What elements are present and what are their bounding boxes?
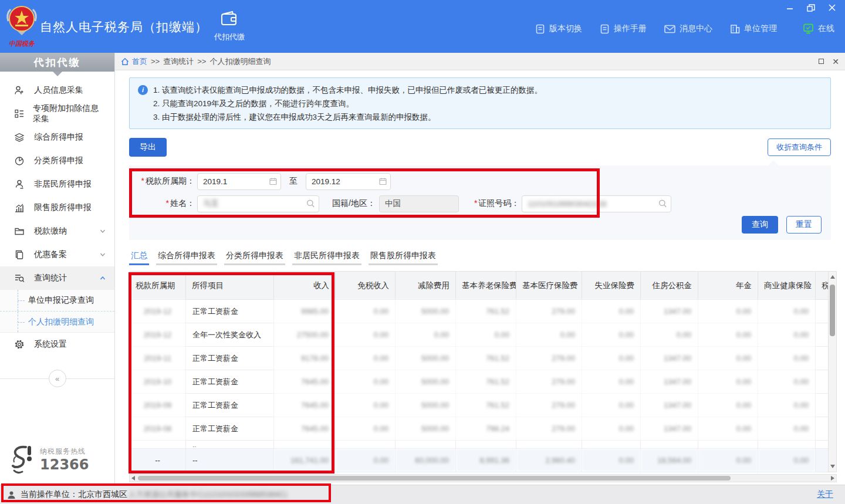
sidebar-item-personnel-info[interactable]: 人员信息采集	[0, 79, 114, 102]
bar-chart-icon	[14, 202, 26, 213]
scroll-up-arrow-icon[interactable]	[830, 275, 835, 279]
tab-classified-income[interactable]: 分类所得申报表	[224, 251, 285, 265]
cell: 798.24	[456, 417, 516, 441]
menu-label: 版本切换	[549, 23, 582, 34]
sidebar-subitem-personal-withholding-query[interactable]: 个人扣缴明细查询	[0, 311, 114, 332]
sidebar-subitem-unit-declaration-query[interactable]: 单位申报记录查询	[0, 290, 114, 311]
cell: 0.00	[336, 323, 396, 347]
cell: 0.00	[758, 300, 816, 323]
name-value: 马某	[203, 198, 219, 209]
home-icon	[121, 57, 129, 66]
sidebar-item-nonresident-income[interactable]: 非居民所得申报	[0, 172, 114, 196]
table-row[interactable]: 2019-12正常工资薪金9985.000.005000.00761.52279…	[130, 300, 829, 323]
sidebar-item-query-statistics[interactable]: 查询统计	[0, 266, 114, 290]
sidebar-item-special-deduction[interactable]: 专项附加扣除信息采集	[0, 102, 114, 126]
minimize-icon[interactable]	[784, 2, 796, 13]
vertical-scroll-thumb[interactable]	[830, 285, 835, 336]
user-icon	[7, 491, 16, 499]
table-row[interactable]: 2019-10正常工资薪金7645.000.005000.00761.52279…	[130, 370, 829, 394]
tab-summary[interactable]: 汇总	[129, 251, 149, 265]
results-table: 税款所属期 所得项目 收入 免税收入 减除费用 基本养老保险费 基本医疗保险费 …	[129, 271, 829, 472]
search-icon[interactable]	[658, 199, 667, 208]
sidebar-subitem-label: 个人扣缴明细查询	[28, 317, 94, 327]
table-row-partial[interactable]: ..	[130, 441, 829, 449]
table-row[interactable]: 2019-08正常工资薪金7645.000.005000.00798.24279…	[130, 417, 829, 441]
current-unit-blurred: 人力资源公共服务中心(12110102339685384C)	[129, 489, 287, 500]
sidebar-item-tax-payment[interactable]: 税款缴纳	[0, 219, 114, 243]
sidebar-submenu: 单位申报记录查询 个人扣缴明细查询	[0, 290, 114, 333]
logo-text: 中国税务	[9, 40, 35, 47]
cell	[816, 347, 829, 370]
search-button[interactable]: 查询	[742, 216, 778, 234]
col-income-item: 所得项目	[186, 272, 274, 300]
sidebar-collapse-button[interactable]: «	[49, 370, 66, 387]
sidebar-item-classified-income[interactable]: 分类所得申报	[0, 149, 114, 172]
sidebar-item-system-settings[interactable]: 系统设置	[0, 333, 114, 356]
sidebar-item-label: 查询统计	[34, 273, 67, 283]
breadcrumb-home[interactable]: 首页	[121, 56, 147, 67]
menu-online-status[interactable]: 在线	[803, 23, 834, 34]
cell: 279.00	[516, 417, 582, 441]
cert-number-input[interactable]: 110105199903042228	[522, 195, 671, 212]
table-row[interactable]: 2019-11正常工资薪金9178.000.005000.00761.52279…	[130, 347, 829, 370]
scroll-down-arrow-icon[interactable]	[830, 465, 835, 468]
cell: --	[130, 449, 186, 472]
cell: 1347.00	[641, 394, 698, 417]
cell: 279.00	[516, 394, 582, 417]
close-icon[interactable]	[826, 2, 838, 13]
sidebar-item-label: 分类所得申报	[34, 155, 83, 166]
period-from-input[interactable]: 2019.1	[197, 173, 281, 190]
panel-close-icon[interactable]: ✕	[832, 57, 839, 66]
about-link[interactable]: 关于	[817, 489, 833, 500]
sidebar-item-comprehensive-income[interactable]: 综合所得申报	[0, 126, 114, 149]
search-icon[interactable]	[306, 199, 315, 208]
menu-label: 单位管理	[744, 23, 777, 34]
current-unit-value: 北京市西城区	[78, 489, 127, 500]
col-annuity: 年金	[698, 272, 758, 300]
table-summary-row[interactable]: ----161,741.000.0060,000.008,991.362,960…	[130, 449, 829, 472]
header-menu: 版本切换 操作手册 消息中心 单位管理 在线	[535, 23, 834, 34]
nav-withholding-label: 代扣代缴	[207, 32, 252, 42]
horizontal-scroll-thumb[interactable]	[138, 476, 731, 481]
restore-icon[interactable]	[805, 2, 817, 13]
vertical-scrollbar[interactable]	[828, 271, 837, 472]
period-to-input[interactable]: 2019.12	[306, 173, 391, 190]
cell: 0.00	[698, 323, 758, 347]
scroll-left-arrow-icon[interactable]	[131, 476, 135, 481]
sidebar-item-restricted-stock[interactable]: 限售股所得申报	[0, 196, 114, 219]
cell: 60,000.00	[396, 449, 456, 472]
cell: 18,564.00	[641, 449, 698, 472]
breadcrumb-separator: >>	[197, 57, 206, 66]
caret-up-icon	[768, 160, 779, 166]
cell: 正常工资薪金	[186, 300, 274, 323]
period-from-value: 2019.1	[203, 177, 227, 186]
cell	[758, 441, 816, 449]
name-input[interactable]: 马某	[197, 195, 319, 212]
nationality-input: 中国	[379, 195, 459, 212]
export-button[interactable]: 导出	[129, 138, 167, 157]
table-row[interactable]: 2019-12全年一次性奖金收入27500.000.000.000.000.00…	[130, 323, 829, 347]
sidebar-item-label: 人员信息采集	[34, 85, 83, 96]
menu-unit-management[interactable]: 单位管理	[730, 23, 777, 34]
sidebar-item-preferential-record[interactable]: 优惠备案	[0, 243, 114, 266]
nav-withholding[interactable]: 代扣代缴	[207, 11, 252, 42]
sidebar-subitem-label: 单位申报记录查询	[28, 295, 94, 306]
panel-maximize-icon[interactable]	[819, 59, 824, 64]
menu-manual[interactable]: 操作手册	[600, 23, 647, 34]
tab-comprehensive-income[interactable]: 综合所得申报表	[156, 251, 217, 265]
tab-restricted-stock[interactable]: 限售股所得申报表	[369, 251, 438, 265]
cell: 7645.00	[274, 394, 336, 417]
tab-nonresident-income[interactable]: 非居民所得申报表	[292, 251, 361, 265]
menu-version-switch[interactable]: 版本切换	[535, 23, 582, 34]
horizontal-scrollbar[interactable]	[129, 474, 837, 482]
table-row[interactable]: 2019-09正常工资薪金7645.000.005000.00761.52279…	[130, 394, 829, 417]
cell	[698, 441, 758, 449]
reset-button[interactable]: 重置	[786, 216, 822, 234]
collapse-query-button[interactable]: 收折查询条件	[768, 138, 831, 156]
scroll-right-arrow-icon[interactable]	[831, 476, 834, 481]
calendar-icon[interactable]	[269, 178, 277, 185]
cell: 0.00	[758, 417, 816, 441]
menu-message-center[interactable]: 消息中心	[664, 23, 712, 34]
calendar-icon[interactable]	[379, 178, 387, 185]
cell: 0.00	[336, 417, 396, 441]
